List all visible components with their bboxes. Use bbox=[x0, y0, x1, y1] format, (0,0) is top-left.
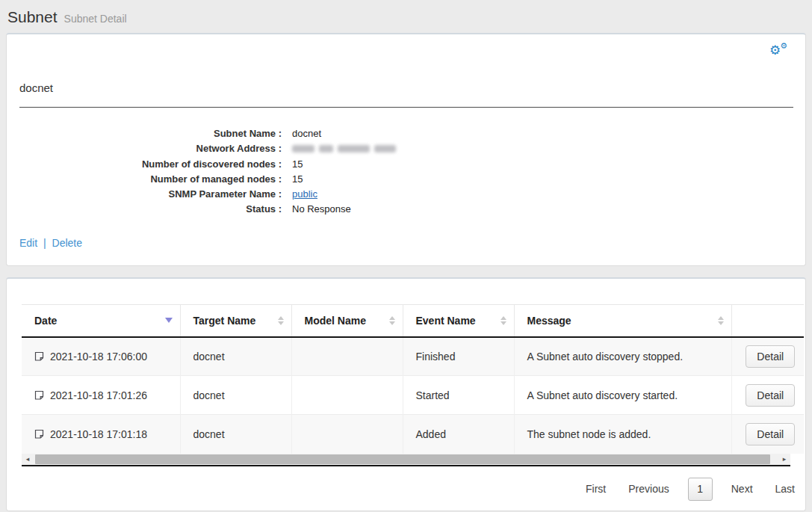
column-label: Model Name bbox=[305, 315, 366, 327]
sort-both-icon bbox=[718, 316, 724, 325]
pagination-next[interactable]: Next bbox=[731, 483, 753, 495]
edit-link[interactable]: Edit bbox=[19, 237, 37, 249]
date-cell: 2021-10-18 17:01:26 bbox=[22, 376, 180, 415]
column-header-date[interactable]: Date bbox=[22, 305, 180, 337]
event-name-cell: Started bbox=[403, 376, 514, 415]
action-cell: Detail bbox=[731, 415, 804, 454]
redacted-network-address bbox=[292, 141, 396, 156]
field-value: docnet bbox=[292, 126, 321, 141]
status-value: No Response bbox=[292, 202, 351, 217]
event-row: 2021-10-18 17:06:00 docnet Finished A Su… bbox=[22, 337, 804, 376]
model-name-cell bbox=[291, 337, 403, 376]
action-cell: Detail bbox=[731, 337, 804, 376]
page-subtitle: Subnet Detail bbox=[64, 13, 127, 25]
subnet-name-heading: docnet bbox=[7, 58, 805, 94]
column-label: Target Name bbox=[193, 315, 256, 327]
column-header-event-name[interactable]: Event Name bbox=[403, 305, 514, 337]
settings-gears-icon[interactable]: ⚙ ⚙ bbox=[769, 42, 787, 57]
event-note-icon bbox=[34, 351, 44, 362]
field-value: 15 bbox=[292, 172, 303, 187]
detail-row-snmp-parameter: SNMP Parameter Name : public bbox=[7, 187, 805, 202]
detail-row-status: Status : No Response bbox=[7, 202, 805, 217]
date-cell: 2021-10-18 17:06:00 bbox=[22, 337, 180, 376]
scroll-right-arrow-icon[interactable]: ▸ bbox=[778, 454, 790, 465]
events-table: Date Target Name Model Name Event Name M… bbox=[22, 304, 804, 454]
detail-row-network-address: Network Address : bbox=[7, 141, 805, 157]
detail-button[interactable]: Detail bbox=[746, 423, 795, 445]
column-header-action bbox=[731, 305, 804, 337]
event-name-cell: Finished bbox=[403, 337, 514, 376]
column-header-message[interactable]: Message bbox=[514, 305, 731, 337]
detail-row-subnet-name: Subnet Name : docnet bbox=[7, 126, 805, 141]
column-header-model-name[interactable]: Model Name bbox=[291, 305, 403, 337]
detail-row-managed-nodes: Number of managed nodes : 15 bbox=[7, 172, 805, 187]
date-cell: 2021-10-18 17:01:18 bbox=[22, 415, 180, 454]
events-table-header-row: Date Target Name Model Name Event Name M… bbox=[22, 305, 804, 337]
field-label: Number of managed nodes : bbox=[7, 172, 282, 187]
target-name-cell: docnet bbox=[180, 376, 291, 415]
event-row: 2021-10-18 17:01:26 docnet Started A Sub… bbox=[22, 376, 804, 415]
event-date: 2021-10-18 17:01:26 bbox=[50, 389, 147, 401]
snmp-parameter-link[interactable]: public bbox=[292, 188, 317, 200]
message-cell: A Subnet auto discovery started. bbox=[514, 376, 731, 415]
event-row: 2021-10-18 17:01:18 docnet Added The sub… bbox=[22, 415, 804, 454]
sort-descending-icon bbox=[165, 318, 173, 323]
field-value: public bbox=[292, 187, 317, 202]
page-title: Subnet bbox=[7, 8, 58, 25]
target-name-cell: docnet bbox=[180, 337, 291, 376]
subnet-detail-fields: Subnet Name : docnet Network Address : N… bbox=[7, 126, 805, 217]
field-value: 15 bbox=[292, 157, 303, 172]
scrollbar-thumb[interactable] bbox=[35, 454, 770, 464]
pagination-previous[interactable]: Previous bbox=[628, 483, 669, 495]
target-name-cell: docnet bbox=[180, 415, 291, 454]
events-panel: Date Target Name Model Name Event Name M… bbox=[6, 277, 806, 511]
column-label: Event Name bbox=[416, 315, 476, 327]
event-note-icon bbox=[34, 390, 44, 401]
sort-both-icon bbox=[278, 316, 284, 325]
gear-glyph-large: ⚙ bbox=[769, 44, 781, 57]
sort-both-icon bbox=[389, 316, 395, 325]
pagination-first[interactable]: First bbox=[586, 483, 606, 495]
scroll-left-arrow-icon[interactable]: ◂ bbox=[22, 454, 34, 465]
event-note-icon bbox=[34, 429, 44, 439]
message-cell: The subnet node is added. bbox=[514, 415, 731, 454]
column-label: Date bbox=[34, 315, 57, 327]
detail-button[interactable]: Detail bbox=[746, 384, 795, 407]
horizontal-scrollbar[interactable]: ◂ ▸ bbox=[22, 454, 790, 466]
field-label: SNMP Parameter Name : bbox=[7, 187, 282, 202]
subnet-actions: Edit | Delete bbox=[7, 217, 805, 249]
message-cell: A Subnet auto discovery stopped. bbox=[514, 337, 731, 376]
gear-glyph-small: ⚙ bbox=[780, 42, 787, 50]
field-label: Network Address : bbox=[7, 141, 282, 157]
pagination-last[interactable]: Last bbox=[775, 483, 795, 495]
column-label: Message bbox=[527, 315, 571, 327]
pagination-current-page[interactable]: 1 bbox=[688, 478, 713, 501]
field-label: Number of discovered nodes : bbox=[7, 157, 282, 172]
field-value-redacted bbox=[292, 141, 396, 157]
detail-button[interactable]: Detail bbox=[746, 345, 795, 368]
subnet-detail-panel: ⚙ ⚙ docnet Subnet Name : docnet Network … bbox=[6, 33, 806, 266]
model-name-cell bbox=[291, 376, 403, 415]
field-label: Status : bbox=[7, 202, 282, 217]
action-cell: Detail bbox=[731, 376, 804, 415]
detail-row-discovered-nodes: Number of discovered nodes : 15 bbox=[7, 157, 805, 172]
action-separator: | bbox=[43, 237, 46, 249]
event-date: 2021-10-18 17:06:00 bbox=[50, 351, 147, 363]
events-table-wrap: Date Target Name Model Name Event Name M… bbox=[7, 279, 805, 466]
column-header-target-name[interactable]: Target Name bbox=[180, 305, 291, 337]
panel-toolbar: ⚙ ⚙ bbox=[7, 34, 805, 58]
model-name-cell bbox=[291, 415, 403, 454]
delete-link[interactable]: Delete bbox=[52, 237, 82, 249]
page-header: SubnetSubnet Detail bbox=[0, 0, 812, 33]
title-divider bbox=[19, 107, 793, 108]
pagination: First Previous 1 Next Last bbox=[7, 466, 805, 501]
sort-both-icon bbox=[500, 316, 506, 325]
event-date: 2021-10-18 17:01:18 bbox=[50, 428, 147, 440]
event-name-cell: Added bbox=[403, 415, 514, 454]
field-label: Subnet Name : bbox=[7, 126, 282, 141]
